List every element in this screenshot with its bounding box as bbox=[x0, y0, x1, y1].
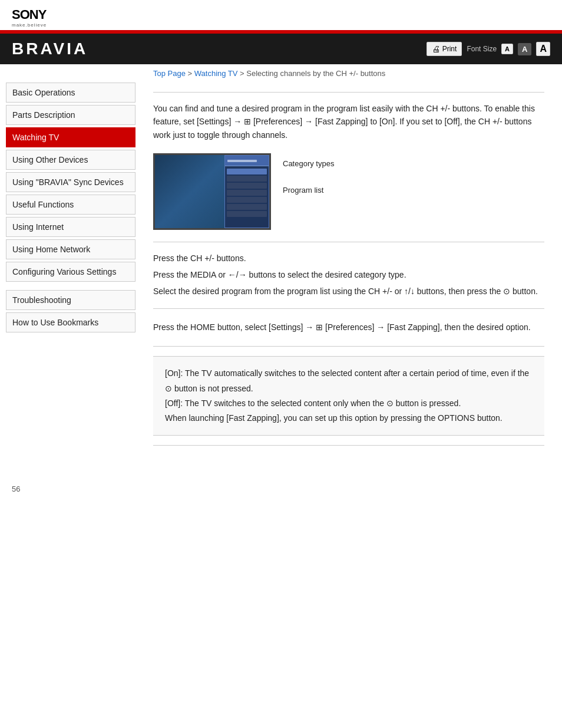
font-large-button[interactable]: A bbox=[536, 42, 550, 56]
info-line-2: [Off]: The TV switches to the selected c… bbox=[165, 396, 533, 411]
breadcrumb-top-page[interactable]: Top Page bbox=[153, 69, 186, 78]
sidebar-item-useful-functions[interactable]: Useful Functions bbox=[6, 195, 135, 215]
info-line-1: [On]: The TV automatically switches to t… bbox=[165, 366, 533, 396]
font-size-label: Font Size bbox=[467, 45, 497, 53]
font-medium-button[interactable]: A bbox=[518, 43, 531, 55]
sidebar-item-basic-operations[interactable]: Basic Operations bbox=[6, 83, 135, 103]
sidebar: Basic Operations Parts Description Watch… bbox=[0, 83, 141, 473]
info-box: [On]: The TV automatically switches to t… bbox=[153, 356, 544, 436]
tv-annotations: Category types Program list bbox=[283, 153, 334, 195]
sidebar-item-using-internet[interactable]: Using Internet bbox=[6, 217, 135, 237]
sidebar-item-parts-description[interactable]: Parts Description bbox=[6, 105, 135, 125]
page-number: 56 bbox=[0, 473, 562, 493]
note-text: Press the HOME button, select [Settings]… bbox=[153, 321, 544, 335]
step-2: Press the MEDIA or ←/→ buttons to select… bbox=[153, 268, 544, 282]
sidebar-item-using-other-devices[interactable]: Using Other Devices bbox=[6, 150, 135, 170]
divider-info-top bbox=[153, 346, 544, 347]
breadcrumb-sep2: > bbox=[240, 69, 246, 78]
breadcrumb: Top Page > Watching TV > Selecting chann… bbox=[0, 64, 562, 83]
sidebar-item-configuring-settings[interactable]: Configuring Various Settings bbox=[6, 262, 135, 282]
sidebar-item-using-home-network[interactable]: Using Home Network bbox=[6, 239, 135, 259]
print-button[interactable]: 🖨 Print bbox=[427, 42, 462, 56]
print-icon: 🖨 bbox=[432, 44, 440, 54]
bravia-header: BRAVIA 🖨 Print Font Size A A A bbox=[0, 34, 562, 64]
tv-illustration: Category types Program list bbox=[153, 153, 544, 230]
breadcrumb-watching-tv[interactable]: Watching TV bbox=[194, 69, 238, 78]
intro-paragraph: You can find and tune a desired program … bbox=[153, 102, 544, 141]
annotation-program-list-label: Program list bbox=[283, 186, 323, 195]
sony-brand: SONY bbox=[12, 7, 550, 22]
sidebar-item-watching-tv[interactable]: Watching TV bbox=[6, 127, 135, 147]
font-small-button[interactable]: A bbox=[501, 44, 513, 54]
divider-note-top bbox=[153, 308, 544, 309]
bravia-title: BRAVIA bbox=[12, 39, 427, 58]
sony-logo-area: SONY make.believe bbox=[0, 0, 562, 30]
annotation-program-list: Program list bbox=[283, 186, 334, 195]
main-content: You can find and tune a desired program … bbox=[141, 83, 562, 473]
breadcrumb-sep1: > bbox=[188, 69, 194, 78]
header-controls: 🖨 Print Font Size A A A bbox=[427, 42, 550, 56]
divider-bottom bbox=[153, 445, 544, 446]
annotation-category-types-label: Category types bbox=[283, 159, 334, 168]
sidebar-item-how-to-use[interactable]: How to Use Bookmarks bbox=[6, 312, 135, 332]
info-line-3: When launching [Fast Zapping], you can s… bbox=[165, 411, 533, 426]
sidebar-item-troubleshooting[interactable]: Troubleshooting bbox=[6, 290, 135, 310]
sidebar-item-using-bravia-sync[interactable]: Using "BRAVIA" Sync Devices bbox=[6, 172, 135, 192]
sony-tagline: make.believe bbox=[12, 22, 550, 28]
main-layout: Basic Operations Parts Description Watch… bbox=[0, 83, 562, 473]
step-1: Press the CH +/- buttons. bbox=[153, 252, 544, 266]
program-list-panel bbox=[225, 155, 269, 228]
note-section: Press the HOME button, select [Settings]… bbox=[153, 321, 544, 335]
tv-screen bbox=[153, 153, 271, 230]
tv-screen-container bbox=[153, 153, 271, 230]
step-3: Select the desired program from the prog… bbox=[153, 285, 544, 299]
breadcrumb-current: Selecting channels by the CH +/- buttons bbox=[246, 69, 385, 78]
steps-section: Press the CH +/- buttons. Press the MEDI… bbox=[153, 252, 544, 298]
print-label: Print bbox=[442, 45, 457, 53]
divider-top bbox=[153, 92, 544, 93]
annotation-category-types: Category types bbox=[283, 159, 334, 168]
divider-steps-top bbox=[153, 242, 544, 242]
